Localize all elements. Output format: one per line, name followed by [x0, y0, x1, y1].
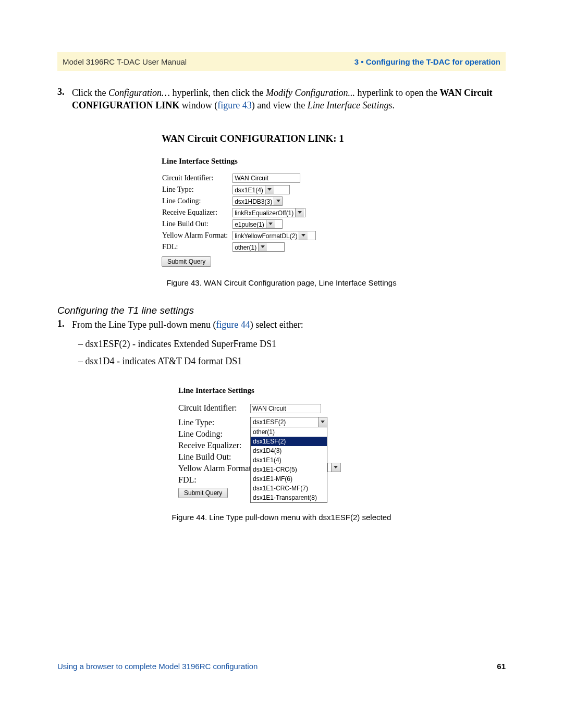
- line-type-select[interactable]: dsx1E1(4): [232, 185, 290, 194]
- page-content: 3. Click the Configuration… hyperlink, t…: [57, 87, 506, 522]
- circuit-identifier-label: Circuit Identifier:: [178, 402, 250, 417]
- figure-44: Line Interface Settings Circuit Identifi…: [57, 386, 506, 522]
- yellow-alarm-row: Yellow Alarm Format: linkYellowFormatDL(…: [162, 230, 316, 241]
- line-type-option[interactable]: dsx1E1-MF(6): [251, 474, 327, 484]
- svg-marker-6: [321, 421, 325, 423]
- svg-marker-7: [334, 466, 338, 468]
- step-3: 3. Click the Configuration… hyperlink, t…: [57, 87, 506, 112]
- line-type-value: dsx1E1(4): [233, 186, 265, 194]
- chevron-down-icon: [331, 463, 340, 472]
- line-type-option[interactable]: dsx1E1-Transparent(8): [251, 493, 327, 502]
- line-type-options-list: other(1)dsx1ESF(2)dsx1D4(3)dsx1E1(4)dsx1…: [251, 427, 327, 502]
- line-type-option[interactable]: dsx1ESF(2): [251, 437, 327, 446]
- figure-43-caption: Figure 43. WAN Circuit Configuration pag…: [57, 278, 506, 287]
- t1-step-1-body: From the Line Type pull-down menu (figur…: [72, 318, 303, 331]
- svg-marker-4: [301, 234, 305, 237]
- svg-marker-3: [268, 223, 273, 225]
- configuring-t1-heading: Configuring the T1 line settings: [57, 305, 506, 316]
- figure-43-form: Circuit Identifier: WAN Circuit Line Typ…: [162, 172, 316, 253]
- step-3-body: Click the Configuration… hyperlink, then…: [72, 87, 506, 112]
- chevron-down-icon: [266, 220, 275, 228]
- text: From the: [72, 319, 108, 330]
- line-type-option[interactable]: dsx1E1-CRC-MF(7): [251, 484, 327, 493]
- line-type-dropdown-open[interactable]: dsx1ESF(2) other(1)dsx1ESF(2)dsx1D4(3)ds…: [250, 417, 327, 503]
- dash-item-dsx1esf: – dsx1ESF(2) - indicates Extended SuperF…: [78, 337, 506, 352]
- chevron-down-icon: [274, 197, 282, 205]
- line-type-label: Line Type:: [162, 184, 232, 195]
- line-type-label: Line Type:: [178, 417, 250, 428]
- modify-configuration-link-text: Modify Configuration...: [266, 88, 355, 98]
- circuit-identifier-row: Circuit Identifier: WAN Circuit: [162, 173, 316, 183]
- figure-43: WAN Circuit CONFIGURATION LINK: 1 Line I…: [57, 133, 506, 287]
- line-type-option[interactable]: dsx1E1-CRC(5): [251, 465, 327, 474]
- step-number: 1.: [57, 318, 72, 331]
- circuit-identifier-label: Circuit Identifier:: [162, 173, 232, 183]
- t1-step-1: 1. From the Line Type pull-down menu (fi…: [57, 318, 506, 331]
- fdl-label: FDL:: [178, 474, 250, 486]
- receive-equalizer-select[interactable]: linkRxEqualizerOff(1): [232, 208, 305, 217]
- text: hyperlink, then click the: [170, 88, 266, 98]
- figure-44-ref[interactable]: figure 44: [216, 319, 250, 330]
- submit-query-button-44[interactable]: Submit Query: [178, 488, 228, 498]
- fdl-select[interactable]: other(1): [232, 242, 285, 252]
- line-build-out-select[interactable]: e1pulse(1): [232, 219, 283, 229]
- line-build-out-row: Line Build Out: e1pulse(1): [162, 219, 316, 229]
- text: Click the: [72, 88, 108, 98]
- dsx1esf-label: dsx1ESF(2): [85, 339, 130, 349]
- line-coding-label: Line Coding:: [178, 428, 250, 440]
- submit-query-button[interactable]: Submit Query: [162, 256, 211, 267]
- text: .: [393, 100, 395, 110]
- line-type-selected-value: dsx1ESF(2): [251, 417, 318, 427]
- line-coding-select[interactable]: dsx1HDB3(3): [232, 196, 283, 206]
- line-coding-label: Line Coding:: [162, 196, 232, 206]
- svg-marker-0: [267, 188, 272, 191]
- receive-equalizer-row: Receive Equalizer: linkRxEqualizerOff(1): [162, 207, 316, 218]
- line-type-option[interactable]: dsx1D4(3): [251, 446, 327, 455]
- svg-marker-2: [298, 211, 302, 214]
- chapter-title: 3 • Configuring the T-DAC for operation: [354, 57, 500, 66]
- page-footer: Using a browser to complete Model 3196RC…: [57, 662, 506, 671]
- dash-item-dsx1d4: – dsx1D4 - indicates AT&T D4 format DS1: [78, 354, 506, 369]
- fdl-value: other(1): [233, 243, 258, 251]
- chevron-down-icon: [299, 231, 308, 240]
- text: ) select either:: [250, 319, 303, 330]
- yellow-alarm-label: Yellow Alarm Format:: [162, 230, 232, 241]
- footer-section-title: Using a browser to complete Model 3196RC…: [57, 662, 258, 671]
- text: pull-down menu (: [146, 319, 216, 330]
- line-type-option[interactable]: other(1): [251, 427, 327, 437]
- circuit-identifier-input[interactable]: WAN Circuit: [232, 174, 300, 183]
- chevron-down-icon: [318, 417, 327, 427]
- line-build-out-label: Line Build Out:: [178, 451, 250, 463]
- yellow-alarm-label: Yellow Alarm Format:: [178, 463, 250, 474]
- line-interface-settings-text: Line Interface Settings: [308, 100, 393, 110]
- svg-marker-1: [276, 200, 280, 202]
- fdl-label: FDL:: [162, 242, 232, 252]
- dsx1d4-label: dsx1D4: [85, 356, 115, 366]
- text: window (: [179, 100, 217, 110]
- line-build-out-label: Line Build Out:: [162, 219, 232, 229]
- page-number: 61: [497, 662, 506, 671]
- text: - indicates AT&T D4 format DS1: [115, 356, 242, 366]
- line-interface-settings-heading-44: Line Interface Settings: [178, 386, 506, 395]
- yellow-alarm-select-44[interactable]: [327, 463, 341, 472]
- fdl-row: FDL: other(1): [162, 242, 316, 252]
- text: hyperlink to open the: [355, 88, 439, 98]
- chevron-down-icon: [295, 208, 304, 217]
- figure-43-ref[interactable]: figure 43: [217, 100, 251, 110]
- yellow-alarm-value: linkYellowFormatDL(2): [233, 231, 299, 240]
- figure-44-labels: Circuit Identifier: Line Type: Line Codi…: [178, 402, 250, 498]
- page: Model 3196RC T-DAC User Manual 3 • Confi…: [0, 0, 563, 728]
- receive-equalizer-value: linkRxEqualizerOff(1): [233, 208, 295, 217]
- text: - indicates Extended SuperFrame DS1: [130, 339, 276, 349]
- line-type-option[interactable]: dsx1E1(4): [251, 455, 327, 465]
- line-type-selected-row[interactable]: dsx1ESF(2): [251, 417, 327, 427]
- receive-equalizer-label: Receive Equalizer:: [162, 207, 232, 218]
- line-coding-row: Line Coding: dsx1HDB3(3): [162, 196, 316, 206]
- svg-marker-5: [261, 245, 265, 248]
- dash: –: [78, 356, 85, 366]
- manual-title: Model 3196RC T-DAC User Manual: [63, 57, 354, 66]
- t1-dash-list: – dsx1ESF(2) - indicates Extended SuperF…: [78, 337, 506, 369]
- chevron-down-icon: [265, 186, 274, 194]
- yellow-alarm-select[interactable]: linkYellowFormatDL(2): [232, 231, 316, 240]
- circuit-identifier-input-44[interactable]: WAN Circuit: [250, 404, 321, 413]
